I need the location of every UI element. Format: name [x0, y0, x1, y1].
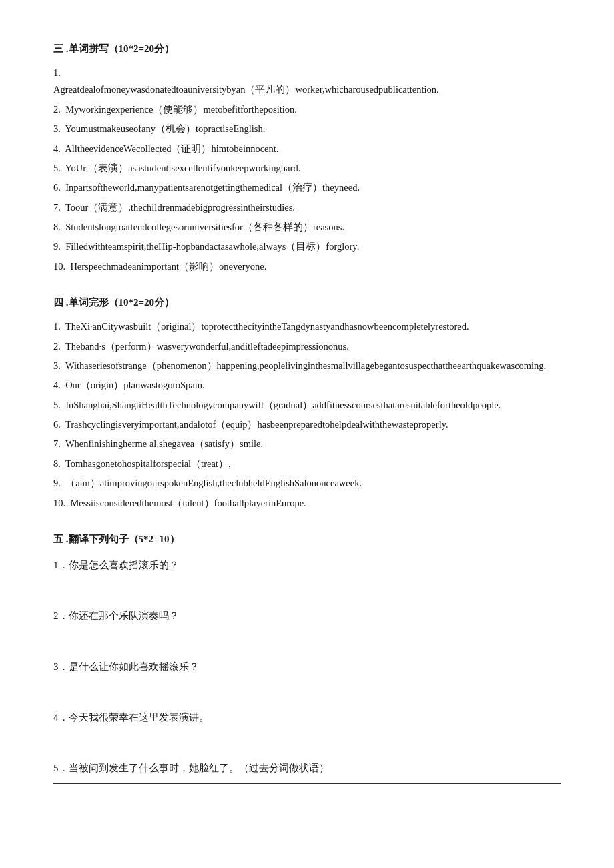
question-item: 4. AlltheevidenceWecollected（证明）himtobei…: [53, 141, 561, 157]
question-text: 2．你还在那个乐队演奏吗？: [53, 606, 561, 626]
question-text: 5．当被问到发生了什么事时，她脸红了。（过去分词做状语）: [53, 758, 561, 778]
question-item: 3．是什么让你如此喜欢摇滚乐？: [53, 657, 561, 695]
question-item: 1. TheXi·anCitywasbuilt（original）toprote…: [53, 318, 561, 335]
question-text: 9. Filledwithteamspirit,theHip-hopbandac…: [53, 238, 561, 255]
question-text: 3．是什么让你如此喜欢摇滚乐？: [53, 657, 561, 677]
question-text: 4. Our（origin）planwastogotoSpain.: [53, 377, 561, 394]
question-item: 1．你是怎么喜欢摇滚乐的？: [53, 555, 561, 594]
section-5: 五 .翻译下列句子（5*2=10） 1．你是怎么喜欢摇滚乐的？ 2．你还在那个乐…: [53, 530, 561, 784]
question-text: 8. Studentslongtoattendcollegesorunivers…: [53, 219, 561, 236]
question-text: 5. InShanghai,ShangtiHealthTechnologycom…: [53, 397, 561, 414]
question-text: 2. Theband·s（perform）wasverywonderful,an…: [53, 338, 561, 355]
section-4-header: 四 .单词完形（10*2=20分）: [53, 294, 561, 312]
question-text: 1. TheXi·anCitywasbuilt（original）toprote…: [53, 318, 561, 335]
question-text: 4．今天我很荣幸在这里发表演讲。: [53, 707, 561, 727]
question-item: 7. Toour（满意）,thechildrenmadebigprogressi…: [53, 199, 561, 216]
exam-page: 三 .单词拼写（10*2=20分） 1. Agreatdealofmoneywa…: [53, 40, 561, 784]
question-item: 5. InShanghai,ShangtiHealthTechnologycom…: [53, 397, 561, 414]
question-item: 8. Studentslongtoattendcollegesorunivers…: [53, 219, 561, 236]
question-item: 2．你还在那个乐队演奏吗？: [53, 606, 561, 644]
question-text: 5. YoUrᵢ（表演）asastudentisexcellentifyouke…: [53, 160, 561, 177]
question-text: 2. Myworkingexperience（使能够）metobefitfort…: [53, 101, 561, 118]
question-item: 2. Myworkingexperience（使能够）metobefitfort…: [53, 101, 561, 118]
question-text: 4. AlltheevidenceWecollected（证明）himtobei…: [53, 141, 561, 157]
question-item: 5．当被问到发生了什么事时，她脸红了。（过去分词做状语）: [53, 758, 561, 784]
section-5-questions: 1．你是怎么喜欢摇滚乐的？ 2．你还在那个乐队演奏吗？ 3．是什么让你如此喜欢摇…: [53, 555, 561, 784]
question-item: 3. Withaseriesofstrange（phenomenon）happe…: [53, 358, 561, 374]
question-item: 2. Theband·s（perform）wasverywonderful,an…: [53, 338, 561, 355]
question-text: 10. Messiisconsideredthemost（talent）foot…: [53, 495, 561, 512]
question-text: 9. （aim）atimprovingourspokenEnglish,thec…: [53, 475, 561, 492]
question-text: 6. Inpartsoftheworld,manypatientsarenotg…: [53, 179, 561, 196]
question-text: 1．你是怎么喜欢摇滚乐的？: [53, 555, 561, 575]
question-item: 1. Agreatdealofmoneywasdonatedtoaunivers…: [53, 65, 561, 99]
section-5-header: 五 .翻译下列句子（5*2=10）: [53, 530, 561, 548]
question-text: 3. Youmustmakeuseofany（机会）topractiseEngl…: [53, 121, 561, 137]
section-4-questions: 1. TheXi·anCitywasbuilt（original）toprote…: [53, 318, 561, 512]
question-item: 9. （aim）atimprovingourspokenEnglish,thec…: [53, 475, 561, 492]
question-text: Agreatdealofmoneywasdonatedtoauniversity…: [53, 81, 561, 98]
question-item: 6. Inpartsoftheworld,manypatientsarenotg…: [53, 179, 561, 196]
question-text: 6. Trashcyclingisveryimportant,andalotof…: [53, 416, 561, 433]
question-item: 10. Messiisconsideredthemost（talent）foot…: [53, 495, 561, 512]
section-4: 四 .单词完形（10*2=20分） 1. TheXi·anCitywasbuil…: [53, 294, 561, 512]
section-3: 三 .单词拼写（10*2=20分） 1. Agreatdealofmoneywa…: [53, 40, 561, 275]
section-3-questions: 1. Agreatdealofmoneywasdonatedtoaunivers…: [53, 65, 561, 275]
question-text: 3. Withaseriesofstrange（phenomenon）happe…: [53, 358, 561, 374]
question-item: 6. Trashcyclingisveryimportant,andalotof…: [53, 416, 561, 433]
question-item: 8. Tomhasgonetohospitalforspecial（treat）…: [53, 456, 561, 472]
question-text: 7. Whenfinishingherme al,shegavea（satisf…: [53, 436, 561, 452]
question-text: 7. Toour（满意）,thechildrenmadebigprogressi…: [53, 199, 561, 216]
question-item: 5. YoUrᵢ（表演）asastudentisexcellentifyouke…: [53, 160, 561, 177]
question-item: 4．今天我很荣幸在这里发表演讲。: [53, 707, 561, 746]
question-text: 8. Tomhasgonetohospitalforspecial（treat）…: [53, 456, 561, 472]
question-text: 1.: [53, 65, 561, 81]
section-3-header: 三 .单词拼写（10*2=20分）: [53, 40, 561, 58]
question-item: 4. Our（origin）planwastogotoSpain.: [53, 377, 561, 394]
question-item: 3. Youmustmakeuseofany（机会）topractiseEngl…: [53, 121, 561, 137]
question-item: 9. Filledwithteamspirit,theHip-hopbandac…: [53, 238, 561, 255]
question-item: 7. Whenfinishingherme al,shegavea（satisf…: [53, 436, 561, 452]
question-item: 10. Herspeechmadeanimportant（影响）oneveryo…: [53, 258, 561, 275]
question-text: 10. Herspeechmadeanimportant（影响）oneveryo…: [53, 258, 561, 275]
